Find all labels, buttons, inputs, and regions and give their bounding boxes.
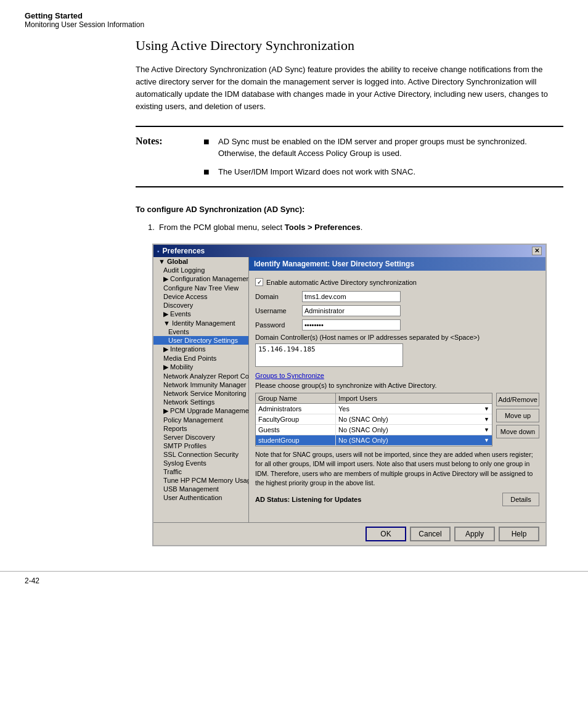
nav-item[interactable]: SMTP Profiles: [153, 441, 248, 450]
group-import-cell: No (SNAC Only)▼: [336, 435, 492, 445]
nav-panel: ▼ GlobalAudit Logging▶ Configuration Man…: [153, 257, 249, 522]
nav-list: ▼ GlobalAudit Logging▶ Configuration Man…: [153, 257, 248, 522]
page-header: Getting Started Monitoring User Session …: [0, 0, 588, 31]
nav-item[interactable]: ▶ Integrations: [153, 345, 248, 354]
domain-label: Domain: [255, 293, 298, 300]
nav-item[interactable]: ▶ Configuration Management: [153, 274, 248, 284]
nav-item[interactable]: USB Management: [153, 485, 248, 493]
table-row[interactable]: AdministratorsYes▼: [256, 404, 492, 414]
move-down-button[interactable]: Move down: [496, 425, 539, 438]
dropdown-arrow-icon[interactable]: ▼: [484, 406, 489, 412]
group-import-cell: Yes▼: [336, 404, 492, 414]
doc-body: The Active Directory Synchronization (AD…: [136, 64, 563, 113]
nav-item[interactable]: User Directory Settings: [153, 336, 248, 345]
move-up-button[interactable]: Move up: [496, 409, 539, 422]
group-name-cell: Guests: [256, 425, 336, 435]
nav-item[interactable]: ▶ Mobility: [153, 363, 248, 372]
domain-row: Domain: [255, 291, 539, 302]
groups-link[interactable]: Groups to Synchronize: [255, 372, 539, 379]
nav-item[interactable]: ▶ Events: [153, 310, 248, 319]
dropdown-arrow-icon[interactable]: ▼: [484, 437, 489, 443]
section-bold-title: Getting Started: [25, 11, 563, 20]
nav-item[interactable]: SSL Connection Security: [153, 450, 248, 459]
nav-item[interactable]: Policy Management: [153, 416, 248, 424]
group-name-cell: Administrators: [256, 404, 336, 414]
apply-button[interactable]: Apply: [454, 527, 495, 541]
dialog-container: ▪ Preferences ✕ ▼ GlobalAudit Logging▶ C…: [152, 244, 547, 546]
section-subtitle: Monitoring User Session Information: [25, 20, 563, 29]
groups-rows: AdministratorsYes▼FacultyGroupNo (SNAC O…: [256, 404, 492, 446]
nav-item[interactable]: Syslog Events: [153, 459, 248, 467]
dialog-icon: ▪: [157, 248, 160, 255]
username-input[interactable]: [302, 305, 401, 316]
dropdown-arrow-icon[interactable]: ▼: [484, 427, 489, 433]
nav-item[interactable]: User Authentication: [153, 493, 248, 502]
password-row: Password: [255, 319, 539, 330]
nav-item[interactable]: ▼ Identity Management: [153, 319, 248, 327]
note-text: Note that for SNAC groups, users will no…: [255, 450, 539, 488]
dialog-buttons: OK Cancel Apply Help: [153, 522, 545, 545]
notes-text-2: The User/IDM Import Wizard does not work…: [218, 166, 415, 178]
notes-text-1: AD Sync must be enabled on the IDM serve…: [218, 136, 563, 160]
nav-item[interactable]: Network Settings: [153, 398, 248, 406]
password-input[interactable]: [302, 319, 401, 330]
ok-button[interactable]: OK: [365, 527, 406, 541]
dialog-title: Preferences: [163, 247, 205, 255]
col-group-name: Group Name: [256, 393, 336, 403]
dialog-titlebar: ▪ Preferences ✕: [153, 245, 545, 257]
nav-item[interactable]: Tune HP PCM Memory Usage: [153, 476, 248, 485]
table-row[interactable]: GuestsNo (SNAC Only)▼: [256, 425, 492, 435]
enable-checkbox[interactable]: ✓: [255, 278, 263, 286]
groups-buttons: Add/Remove Move up Move down: [496, 393, 539, 446]
page-footer: 2-42: [0, 571, 588, 590]
enable-checkbox-row: ✓ Enable automatic Active Directory sync…: [255, 278, 539, 286]
nav-item[interactable]: Media End Points: [153, 354, 248, 363]
col-import-users: Import Users: [336, 393, 492, 403]
bullet-icon-1: ■: [203, 136, 214, 147]
preferences-dialog: ▪ Preferences ✕ ▼ GlobalAudit Logging▶ C…: [152, 244, 547, 546]
main-content: Using Active Directory Synchronization T…: [0, 31, 588, 559]
nav-item[interactable]: Server Discovery: [153, 433, 248, 441]
nav-item[interactable]: Audit Logging: [153, 266, 248, 274]
close-button[interactable]: ✕: [532, 247, 542, 255]
notes-items: ■ AD Sync must be enabled on the IDM ser…: [203, 136, 563, 178]
dropdown-arrow-icon[interactable]: ▼: [484, 416, 489, 422]
help-button[interactable]: Help: [499, 527, 539, 541]
notes-section: Notes: ■ AD Sync must be enabled on the …: [136, 126, 563, 188]
details-button[interactable]: Details: [502, 493, 539, 506]
nav-item[interactable]: Network Immunity Manager: [153, 380, 248, 389]
nav-item[interactable]: Events: [153, 327, 248, 336]
table-row[interactable]: FacultyGroupNo (SNAC Only)▼: [256, 414, 492, 425]
groups-table: Group Name Import Users AdministratorsYe…: [255, 393, 492, 446]
nav-item[interactable]: Device Access: [153, 292, 248, 301]
groups-table-header: Group Name Import Users: [256, 393, 492, 404]
panel-body: ✓ Enable automatic Active Directory sync…: [249, 276, 545, 515]
nav-item[interactable]: ▼ Global: [153, 257, 248, 266]
nav-item[interactable]: ▶ PCM Upgrade Management: [153, 406, 248, 416]
password-label: Password: [255, 321, 298, 329]
domain-input[interactable]: [302, 291, 401, 302]
add-remove-button[interactable]: Add/Remove: [496, 393, 539, 406]
nav-item[interactable]: Network Service Monitoring: [153, 389, 248, 398]
nav-item[interactable]: Network Analyzer Report Config: [153, 372, 248, 380]
nav-item[interactable]: Traffic: [153, 467, 248, 476]
nav-item[interactable]: Configure Nav Tree View: [153, 284, 248, 292]
username-row: Username: [255, 305, 539, 316]
procedure-step-1: 1. From the PCM global menu, select Tool…: [136, 221, 563, 234]
nav-item[interactable]: Discovery: [153, 301, 248, 310]
panel-header: Identify Management: User Directory Sett…: [249, 257, 545, 271]
cancel-button[interactable]: Cancel: [410, 527, 451, 541]
content-panel: Identify Management: User Directory Sett…: [249, 257, 545, 522]
username-label: Username: [255, 307, 298, 314]
notes-label: Notes:: [136, 136, 203, 178]
nav-item[interactable]: Reports: [153, 424, 248, 433]
enable-checkbox-label: Enable automatic Active Directory synchr…: [266, 279, 417, 286]
titlebar-left: ▪ Preferences: [157, 247, 205, 255]
groups-table-area: Group Name Import Users AdministratorsYe…: [255, 393, 539, 446]
groups-desc: Please choose group(s) to synchronize wi…: [255, 382, 539, 389]
dc-textarea[interactable]: 15.146.194.185: [255, 343, 403, 367]
group-name-cell: studentGroup: [256, 435, 336, 445]
table-row[interactable]: studentGroupNo (SNAC Only)▼: [256, 435, 492, 446]
group-import-cell: No (SNAC Only)▼: [336, 414, 492, 424]
notes-item-1: ■ AD Sync must be enabled on the IDM ser…: [203, 136, 563, 160]
